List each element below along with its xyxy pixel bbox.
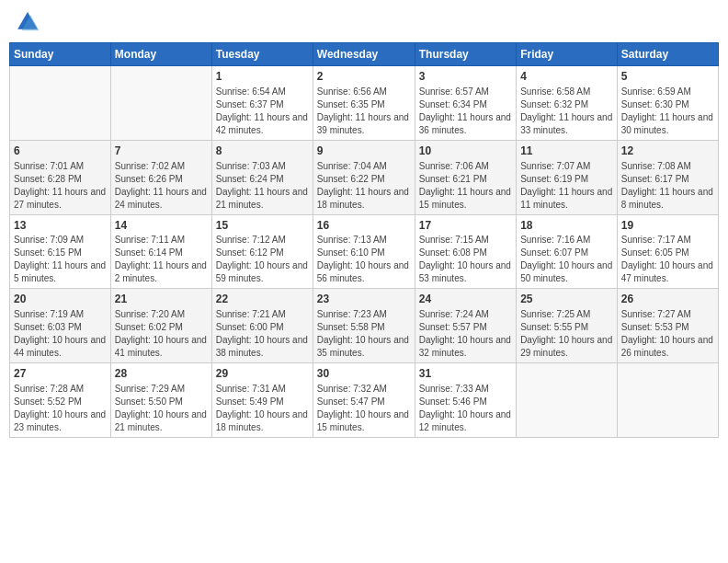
calendar-day-cell: 14Sunrise: 7:11 AM Sunset: 6:14 PM Dayli…	[110, 214, 211, 289]
calendar-table: SundayMondayTuesdayWednesdayThursdayFrid…	[9, 42, 719, 438]
day-number: 6	[14, 144, 107, 159]
calendar-week-row: 1Sunrise: 6:54 AM Sunset: 6:37 PM Daylig…	[10, 66, 719, 141]
day-info: Sunrise: 7:21 AM Sunset: 6:00 PM Dayligh…	[216, 308, 309, 360]
calendar-day-cell: 8Sunrise: 7:03 AM Sunset: 6:24 PM Daylig…	[211, 140, 313, 214]
day-number: 26	[621, 292, 714, 307]
calendar-day-cell: 2Sunrise: 6:56 AM Sunset: 6:35 PM Daylig…	[313, 66, 415, 141]
day-info: Sunrise: 7:32 AM Sunset: 5:47 PM Dayligh…	[317, 383, 411, 434]
day-number: 30	[317, 366, 411, 382]
calendar-day-cell: 25Sunrise: 7:25 AM Sunset: 5:55 PM Dayli…	[517, 289, 618, 363]
calendar-day-cell: 20Sunrise: 7:19 AM Sunset: 6:03 PM Dayli…	[10, 289, 111, 363]
day-info: Sunrise: 7:17 AM Sunset: 6:05 PM Dayligh…	[621, 234, 714, 285]
calendar-day-cell	[10, 66, 111, 141]
day-number: 11	[520, 144, 613, 159]
day-number: 24	[419, 292, 512, 307]
calendar-day-cell	[110, 66, 211, 141]
day-info: Sunrise: 6:54 AM Sunset: 6:37 PM Dayligh…	[216, 86, 309, 137]
calendar-day-cell: 10Sunrise: 7:06 AM Sunset: 6:21 PM Dayli…	[415, 140, 516, 214]
calendar-day-cell: 12Sunrise: 7:08 AM Sunset: 6:17 PM Dayli…	[617, 140, 718, 214]
day-info: Sunrise: 7:23 AM Sunset: 5:58 PM Dayligh…	[317, 308, 411, 360]
calendar-day-cell: 5Sunrise: 6:59 AM Sunset: 6:30 PM Daylig…	[617, 66, 718, 141]
calendar-day-cell: 17Sunrise: 7:15 AM Sunset: 6:08 PM Dayli…	[415, 214, 516, 289]
day-number: 22	[216, 292, 309, 307]
day-info: Sunrise: 6:58 AM Sunset: 6:32 PM Dayligh…	[520, 86, 613, 137]
calendar-day-cell: 11Sunrise: 7:07 AM Sunset: 6:19 PM Dayli…	[517, 140, 618, 214]
day-info: Sunrise: 7:04 AM Sunset: 6:22 PM Dayligh…	[317, 160, 411, 212]
day-info: Sunrise: 7:27 AM Sunset: 5:53 PM Dayligh…	[621, 308, 714, 360]
day-number: 1	[216, 69, 309, 85]
day-info: Sunrise: 6:59 AM Sunset: 6:30 PM Dayligh…	[621, 86, 714, 137]
page-header	[9, 9, 719, 35]
day-info: Sunrise: 7:28 AM Sunset: 5:52 PM Dayligh…	[14, 383, 107, 434]
calendar-day-cell: 21Sunrise: 7:20 AM Sunset: 6:02 PM Dayli…	[110, 289, 211, 363]
calendar-week-row: 13Sunrise: 7:09 AM Sunset: 6:15 PM Dayli…	[10, 214, 719, 289]
day-info: Sunrise: 7:29 AM Sunset: 5:50 PM Dayligh…	[115, 383, 208, 434]
calendar-day-cell: 13Sunrise: 7:09 AM Sunset: 6:15 PM Dayli…	[10, 214, 111, 289]
calendar-day-cell: 3Sunrise: 6:57 AM Sunset: 6:34 PM Daylig…	[415, 66, 516, 141]
day-info: Sunrise: 7:24 AM Sunset: 5:57 PM Dayligh…	[419, 308, 512, 360]
day-number: 23	[317, 292, 411, 307]
calendar-week-row: 27Sunrise: 7:28 AM Sunset: 5:52 PM Dayli…	[10, 363, 719, 438]
calendar-day-cell	[617, 363, 718, 438]
day-number: 25	[520, 292, 613, 307]
day-number: 28	[115, 366, 208, 382]
calendar-day-cell: 15Sunrise: 7:12 AM Sunset: 6:12 PM Dayli…	[211, 214, 313, 289]
logo	[13, 9, 40, 35]
day-number: 18	[520, 218, 613, 234]
day-number: 21	[115, 292, 208, 307]
calendar-day-cell: 28Sunrise: 7:29 AM Sunset: 5:50 PM Dayli…	[110, 363, 211, 438]
calendar-day-cell: 22Sunrise: 7:21 AM Sunset: 6:00 PM Dayli…	[211, 289, 313, 363]
day-number: 13	[14, 218, 107, 234]
day-number: 31	[419, 366, 512, 382]
day-info: Sunrise: 6:56 AM Sunset: 6:35 PM Dayligh…	[317, 86, 411, 137]
day-info: Sunrise: 7:16 AM Sunset: 6:07 PM Dayligh…	[520, 234, 613, 285]
calendar-day-cell: 18Sunrise: 7:16 AM Sunset: 6:07 PM Dayli…	[517, 214, 618, 289]
calendar-day-cell: 23Sunrise: 7:23 AM Sunset: 5:58 PM Dayli…	[313, 289, 415, 363]
day-info: Sunrise: 7:01 AM Sunset: 6:28 PM Dayligh…	[14, 160, 107, 212]
day-info: Sunrise: 7:12 AM Sunset: 6:12 PM Dayligh…	[216, 234, 309, 285]
day-info: Sunrise: 7:33 AM Sunset: 5:46 PM Dayligh…	[419, 383, 512, 434]
day-header-monday: Monday	[110, 43, 211, 66]
day-number: 29	[216, 366, 309, 382]
day-number: 19	[621, 218, 714, 234]
day-info: Sunrise: 7:02 AM Sunset: 6:26 PM Dayligh…	[115, 160, 208, 212]
day-number: 4	[520, 69, 613, 85]
calendar-day-cell: 29Sunrise: 7:31 AM Sunset: 5:49 PM Dayli…	[211, 363, 313, 438]
calendar-day-cell	[517, 363, 618, 438]
day-number: 27	[14, 366, 107, 382]
day-number: 3	[419, 69, 512, 85]
day-info: Sunrise: 7:31 AM Sunset: 5:49 PM Dayligh…	[216, 383, 309, 434]
day-number: 12	[621, 144, 714, 159]
calendar-day-cell: 19Sunrise: 7:17 AM Sunset: 6:05 PM Dayli…	[617, 214, 718, 289]
day-info: Sunrise: 7:11 AM Sunset: 6:14 PM Dayligh…	[115, 234, 208, 285]
day-number: 20	[14, 292, 107, 307]
day-number: 2	[317, 69, 411, 85]
calendar-day-cell: 9Sunrise: 7:04 AM Sunset: 6:22 PM Daylig…	[313, 140, 415, 214]
day-number: 17	[419, 218, 512, 234]
day-info: Sunrise: 7:25 AM Sunset: 5:55 PM Dayligh…	[520, 308, 613, 360]
day-number: 9	[317, 144, 411, 159]
day-info: Sunrise: 7:20 AM Sunset: 6:02 PM Dayligh…	[115, 308, 208, 360]
calendar-day-cell: 16Sunrise: 7:13 AM Sunset: 6:10 PM Dayli…	[313, 214, 415, 289]
calendar-day-cell: 4Sunrise: 6:58 AM Sunset: 6:32 PM Daylig…	[517, 66, 618, 141]
day-header-tuesday: Tuesday	[211, 43, 313, 66]
day-header-sunday: Sunday	[10, 43, 111, 66]
day-info: Sunrise: 7:06 AM Sunset: 6:21 PM Dayligh…	[419, 160, 512, 212]
day-info: Sunrise: 7:03 AM Sunset: 6:24 PM Dayligh…	[216, 160, 309, 212]
calendar-day-cell: 26Sunrise: 7:27 AM Sunset: 5:53 PM Dayli…	[617, 289, 718, 363]
day-info: Sunrise: 7:19 AM Sunset: 6:03 PM Dayligh…	[14, 308, 107, 360]
day-number: 15	[216, 218, 309, 234]
day-info: Sunrise: 7:09 AM Sunset: 6:15 PM Dayligh…	[14, 234, 107, 285]
day-number: 14	[115, 218, 208, 234]
calendar-day-cell: 30Sunrise: 7:32 AM Sunset: 5:47 PM Dayli…	[313, 363, 415, 438]
calendar-day-cell: 6Sunrise: 7:01 AM Sunset: 6:28 PM Daylig…	[10, 140, 111, 214]
calendar-week-row: 20Sunrise: 7:19 AM Sunset: 6:03 PM Dayli…	[10, 289, 719, 363]
calendar-day-cell: 24Sunrise: 7:24 AM Sunset: 5:57 PM Dayli…	[415, 289, 516, 363]
day-number: 8	[216, 144, 309, 159]
logo-icon	[15, 9, 40, 35]
calendar-day-cell: 31Sunrise: 7:33 AM Sunset: 5:46 PM Dayli…	[415, 363, 516, 438]
calendar-day-cell: 27Sunrise: 7:28 AM Sunset: 5:52 PM Dayli…	[10, 363, 111, 438]
day-number: 7	[115, 144, 208, 159]
calendar-header-row: SundayMondayTuesdayWednesdayThursdayFrid…	[10, 43, 719, 66]
day-header-friday: Friday	[517, 43, 618, 66]
